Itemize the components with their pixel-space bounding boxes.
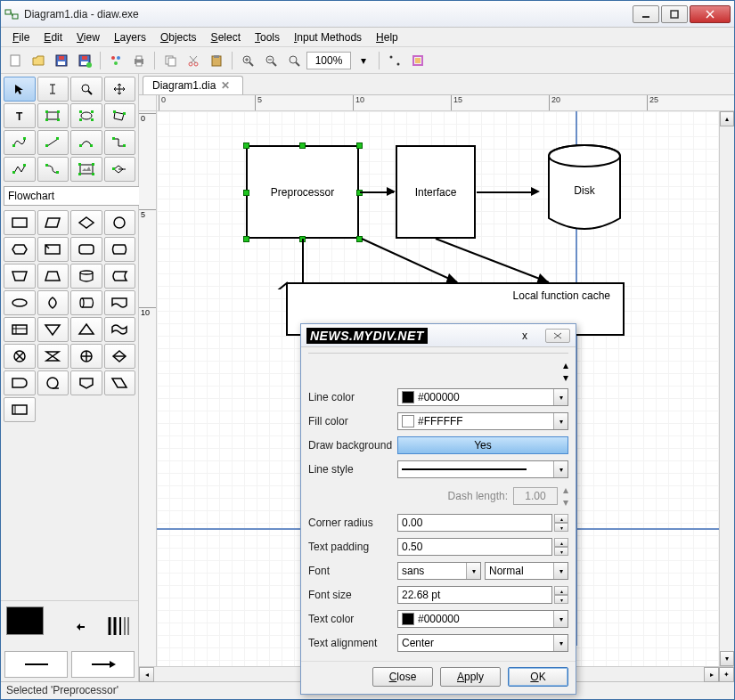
menu-layers[interactable]: Layers [108, 29, 152, 45]
line-color-field[interactable]: #000000▾ [397, 388, 568, 406]
snap-grid-icon[interactable] [384, 50, 405, 71]
menu-objects[interactable]: Objects [154, 29, 203, 45]
menu-help[interactable]: Help [370, 29, 404, 45]
shape-drum[interactable] [70, 264, 102, 289]
zoom-dropdown-icon[interactable]: ▾ [353, 50, 374, 71]
draw-background-toggle[interactable]: Yes [397, 436, 568, 454]
shape-stored-data[interactable] [104, 264, 136, 289]
save-icon[interactable] [51, 50, 72, 71]
text-align-field[interactable]: Center▾ [397, 634, 568, 652]
tool-move[interactable] [104, 77, 136, 102]
font-style-field[interactable]: Normal▾ [485, 562, 568, 580]
tool-zigzag[interactable] [104, 130, 136, 155]
shape-manual-op[interactable] [4, 264, 36, 289]
tool-connector[interactable] [37, 157, 69, 182]
scroll-right-icon[interactable]: ▸ [704, 667, 719, 682]
shape-predefined[interactable] [4, 397, 36, 422]
tool-image[interactable] [70, 157, 102, 182]
object-snap-icon[interactable] [407, 50, 429, 71]
shape-diamond[interactable] [70, 210, 102, 235]
shape-card[interactable] [37, 237, 69, 262]
swap-colors-icon[interactable] [75, 620, 87, 632]
copy-icon[interactable] [159, 50, 181, 71]
text-padding-input[interactable] [397, 538, 552, 556]
font-size-input[interactable] [397, 586, 552, 604]
dialog-close-icon[interactable] [545, 329, 570, 343]
scroll-down-icon[interactable]: ▾ [720, 651, 734, 666]
zoom-in-icon[interactable] [237, 50, 258, 71]
fill-color-field[interactable]: #FFFFFF▾ [397, 412, 568, 430]
dialog-apply-button[interactable]: Apply [440, 667, 501, 687]
shape-loop-limit[interactable] [104, 370, 136, 395]
scroll-up-icon[interactable]: ▴ [720, 111, 734, 126]
dialog-ok-button[interactable]: OK [508, 667, 568, 687]
open-icon[interactable] [28, 50, 49, 71]
shape-extract[interactable] [70, 317, 102, 342]
shape-sort[interactable] [104, 344, 136, 369]
line-pattern[interactable] [106, 613, 133, 639]
shape-roundrect[interactable] [70, 237, 102, 262]
nav-corner-icon[interactable]: ✦ [719, 667, 734, 682]
text-color-field[interactable]: #000000▾ [397, 610, 568, 628]
scroll-left-icon[interactable]: ◂ [139, 667, 154, 682]
spinner-down-icon[interactable]: ▾ [563, 371, 568, 384]
tool-polygon[interactable] [104, 103, 136, 128]
tool-text-cursor[interactable] [37, 77, 69, 102]
shape-circle[interactable] [104, 210, 136, 235]
shape-merge[interactable] [37, 317, 69, 342]
spinner-up-icon[interactable]: ▴ [563, 359, 568, 371]
node-preprocessor[interactable]: Preprocessor [246, 145, 359, 239]
save-as-icon[interactable] [74, 50, 95, 71]
shape-lens[interactable] [37, 290, 69, 315]
menu-tools[interactable]: Tools [249, 29, 286, 45]
zoom-fit-icon[interactable] [283, 50, 305, 71]
close-button[interactable] [690, 5, 731, 23]
tool-polyline[interactable] [4, 157, 36, 182]
color-swatches[interactable] [4, 605, 135, 647]
shape-offpage[interactable] [70, 370, 102, 395]
line-start-none[interactable] [4, 651, 68, 678]
shape-rect[interactable] [4, 210, 36, 235]
shape-hexagon[interactable] [4, 237, 36, 262]
menu-select[interactable]: Select [205, 29, 247, 45]
menu-edit[interactable]: Edit [37, 29, 69, 45]
maximize-button[interactable] [661, 5, 688, 23]
line-style-field[interactable]: ▾ [397, 460, 568, 478]
zoom-out-icon[interactable] [260, 50, 282, 71]
minimize-button[interactable] [633, 5, 659, 23]
tool-pointer[interactable] [4, 77, 36, 102]
shape-internal[interactable] [4, 317, 36, 342]
tab-diagram1[interactable]: Diagram1.dia ✕ [143, 76, 243, 94]
tool-text[interactable]: T [4, 103, 36, 128]
tool-outline[interactable] [104, 157, 136, 182]
paste-icon[interactable] [206, 50, 227, 71]
tab-close-icon[interactable]: ✕ [221, 79, 230, 92]
sheet-selector[interactable] [4, 186, 146, 206]
tool-arc[interactable] [70, 130, 102, 155]
export-icon[interactable] [105, 50, 127, 71]
dialog-close-button[interactable]: Close [372, 667, 433, 687]
shape-direct-data[interactable] [70, 290, 102, 315]
tool-bezier[interactable] [4, 130, 36, 155]
menu-file[interactable]: File [6, 29, 36, 45]
tool-magnify[interactable] [70, 77, 102, 102]
shape-tape[interactable] [104, 317, 136, 342]
shape-parallelogram[interactable] [37, 210, 69, 235]
shape-terminator[interactable] [4, 290, 36, 315]
font-family-field[interactable]: sans▾ [397, 562, 481, 580]
shape-document[interactable] [104, 290, 136, 315]
menu-input-methods[interactable]: Input Methods [288, 29, 368, 45]
new-icon[interactable] [4, 50, 26, 71]
cut-icon[interactable] [183, 50, 204, 71]
line-end-arrow[interactable] [71, 651, 135, 678]
tool-line[interactable] [37, 130, 69, 155]
shape-collate[interactable] [37, 344, 69, 369]
tool-box[interactable] [37, 103, 69, 128]
shape-sum[interactable] [4, 344, 36, 369]
node-interface[interactable]: Interface [396, 145, 476, 239]
print-icon[interactable] [128, 50, 150, 71]
foreground-swatch[interactable] [6, 606, 44, 635]
shape-seq-access[interactable] [37, 370, 69, 395]
shape-trapezoid[interactable] [37, 264, 69, 289]
menu-view[interactable]: View [70, 29, 106, 45]
